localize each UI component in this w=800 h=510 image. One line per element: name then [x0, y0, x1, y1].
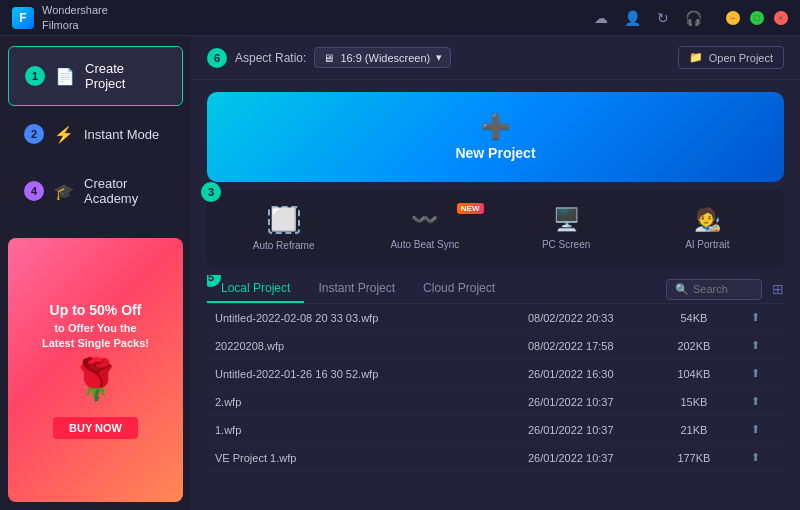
- app-name: Wondershare Filmora: [42, 3, 108, 32]
- tool-ai-portrait[interactable]: 🧑‍🎨 AI Portrait: [639, 201, 776, 256]
- search-box[interactable]: 🔍: [666, 279, 762, 300]
- upload-icon[interactable]: ⬆: [735, 423, 776, 436]
- upload-icon[interactable]: ⬆: [735, 311, 776, 324]
- topbar-num-6: 6: [207, 48, 227, 68]
- auto-beat-sync-icon: 〰️: [411, 207, 438, 233]
- creator-academy-icon: 🎓: [54, 182, 74, 201]
- aspect-ratio-value: 16:9 (Widescreen): [340, 52, 430, 64]
- project-list: Untitled-2022-02-08 20 33 03.wfp 08/02/2…: [207, 304, 784, 510]
- headphone-icon[interactable]: 🎧: [685, 10, 702, 26]
- upload-icon[interactable]: ⬆: [735, 451, 776, 464]
- project-name: Untitled-2022-02-08 20 33 03.wfp: [215, 312, 489, 324]
- project-date: 08/02/2022 20:33: [489, 312, 653, 324]
- tools-section: 3 ⬜ Auto Reframe NEW 〰️ Auto Beat Sync 🖥…: [207, 190, 784, 267]
- project-row[interactable]: 1.wfp 26/01/2022 10:37 21KB ⬆: [207, 416, 784, 444]
- sidebar-num-2: 2: [24, 124, 44, 144]
- project-size: 15KB: [653, 396, 735, 408]
- new-project-area[interactable]: ➕ New Project: [207, 92, 784, 182]
- project-row[interactable]: Untitled-2022-02-08 20 33 03.wfp 08/02/2…: [207, 304, 784, 332]
- titlebar: F Wondershare Filmora ☁ 👤 ↻ 🎧 − □ ×: [0, 0, 800, 36]
- sidebar-label-creator-academy: Creator Academy: [84, 176, 167, 206]
- sidebar: 1 📄 Create Project 2 ⚡ Instant Mode 4 🎓 …: [0, 36, 191, 510]
- aspect-ratio-label: Aspect Ratio:: [235, 51, 306, 65]
- project-size: 54KB: [653, 312, 735, 324]
- project-name: VE Project 1.wfp: [215, 452, 489, 464]
- open-project-label: Open Project: [709, 52, 773, 64]
- search-input[interactable]: [693, 283, 753, 295]
- tool-auto-reframe[interactable]: ⬜ Auto Reframe: [215, 200, 352, 257]
- sidebar-label-create-project: Create Project: [85, 61, 166, 91]
- screen-icon: 🖥: [323, 52, 334, 64]
- tab-cloud-project[interactable]: Cloud Project: [409, 275, 509, 303]
- close-button[interactable]: ×: [774, 11, 788, 25]
- ad-text: Up to 50% Off to Offer You the Latest Si…: [42, 301, 149, 351]
- new-badge: NEW: [457, 203, 484, 214]
- upload-icon[interactable]: ⬆: [735, 395, 776, 408]
- project-row[interactable]: 2.wfp 26/01/2022 10:37 15KB ⬆: [207, 388, 784, 416]
- topbar: 6 Aspect Ratio: 🖥 16:9 (Widescreen) ▾ 📁 …: [191, 36, 800, 80]
- project-row[interactable]: 20220208.wfp 08/02/2022 17:58 202KB ⬆: [207, 332, 784, 360]
- ad-banner: Up to 50% Off to Offer You the Latest Si…: [8, 238, 183, 502]
- project-name: 20220208.wfp: [215, 340, 489, 352]
- maximize-button[interactable]: □: [750, 11, 764, 25]
- open-project-button[interactable]: 📁 Open Project: [678, 46, 784, 69]
- auto-reframe-icon: ⬜: [268, 206, 300, 234]
- tool-pc-screen[interactable]: 🖥️ PC Screen: [498, 201, 635, 256]
- flower-decor: 🌹: [71, 356, 121, 403]
- pc-screen-label: PC Screen: [542, 239, 590, 250]
- grid-view-icon[interactable]: ⊞: [772, 281, 784, 297]
- pc-screen-icon: 🖥️: [553, 207, 580, 233]
- project-date: 26/01/2022 10:37: [489, 424, 653, 436]
- project-tabs-header: 5 Local Project Instant Project Cloud Pr…: [207, 275, 784, 304]
- project-date: 08/02/2022 17:58: [489, 340, 653, 352]
- minimize-button[interactable]: −: [726, 11, 740, 25]
- auto-reframe-label: Auto Reframe: [253, 240, 315, 251]
- new-project-label: New Project: [455, 145, 535, 161]
- search-icon: 🔍: [675, 283, 689, 296]
- folder-icon: 📁: [689, 51, 703, 64]
- project-name: 2.wfp: [215, 396, 489, 408]
- app-logo: F Wondershare Filmora: [12, 3, 108, 32]
- sidebar-item-creator-academy[interactable]: 4 🎓 Creator Academy: [8, 162, 183, 220]
- titlebar-controls: ☁ 👤 ↻ 🎧 − □ ×: [594, 10, 788, 26]
- project-size: 177KB: [653, 452, 735, 464]
- sidebar-item-create-project[interactable]: 1 📄 Create Project: [8, 46, 183, 106]
- aspect-ratio-section: 6 Aspect Ratio: 🖥 16:9 (Widescreen) ▾: [207, 47, 451, 68]
- project-size: 21KB: [653, 424, 735, 436]
- project-date: 26/01/2022 10:37: [489, 396, 653, 408]
- tools-num-3: 3: [201, 182, 221, 202]
- project-date: 26/01/2022 10:37: [489, 452, 653, 464]
- sidebar-item-instant-mode[interactable]: 2 ⚡ Instant Mode: [8, 110, 183, 158]
- project-row[interactable]: VE Project 1.wfp 26/01/2022 10:37 177KB …: [207, 444, 784, 472]
- project-date: 26/01/2022 16:30: [489, 368, 653, 380]
- content-area: 6 Aspect Ratio: 🖥 16:9 (Widescreen) ▾ 📁 …: [191, 36, 800, 510]
- tab-search: 🔍 ⊞: [666, 279, 784, 300]
- new-project-icon: ➕: [481, 113, 511, 141]
- project-section: 5 Local Project Instant Project Cloud Pr…: [207, 275, 784, 510]
- project-name: Untitled-2022-01-26 16 30 52.wfp: [215, 368, 489, 380]
- cloud-icon[interactable]: ☁: [594, 10, 608, 26]
- project-size: 104KB: [653, 368, 735, 380]
- auto-beat-sync-label: Auto Beat Sync: [390, 239, 459, 250]
- upload-icon[interactable]: ⬆: [735, 339, 776, 352]
- ai-portrait-icon: 🧑‍🎨: [694, 207, 721, 233]
- user-icon[interactable]: 👤: [624, 10, 641, 26]
- refresh-icon[interactable]: ↻: [657, 10, 669, 26]
- project-row[interactable]: Untitled-2022-01-26 16 30 52.wfp 26/01/2…: [207, 360, 784, 388]
- aspect-ratio-dropdown[interactable]: 🖥 16:9 (Widescreen) ▾: [314, 47, 451, 68]
- ai-portrait-label: AI Portrait: [685, 239, 729, 250]
- instant-mode-icon: ⚡: [54, 125, 74, 144]
- sidebar-label-instant-mode: Instant Mode: [84, 127, 159, 142]
- tab-local-project[interactable]: Local Project: [207, 275, 304, 303]
- create-project-icon: 📄: [55, 67, 75, 86]
- upload-icon[interactable]: ⬆: [735, 367, 776, 380]
- sidebar-num-1: 1: [25, 66, 45, 86]
- main-layout: 1 📄 Create Project 2 ⚡ Instant Mode 4 🎓 …: [0, 36, 800, 510]
- window-controls: − □ ×: [726, 11, 788, 25]
- tab-instant-project[interactable]: Instant Project: [304, 275, 409, 303]
- tool-auto-beat-sync[interactable]: NEW 〰️ Auto Beat Sync: [356, 201, 493, 256]
- app-icon: F: [12, 7, 34, 29]
- ad-buy-button[interactable]: BUY NOW: [53, 417, 138, 439]
- project-name: 1.wfp: [215, 424, 489, 436]
- sidebar-num-4: 4: [24, 181, 44, 201]
